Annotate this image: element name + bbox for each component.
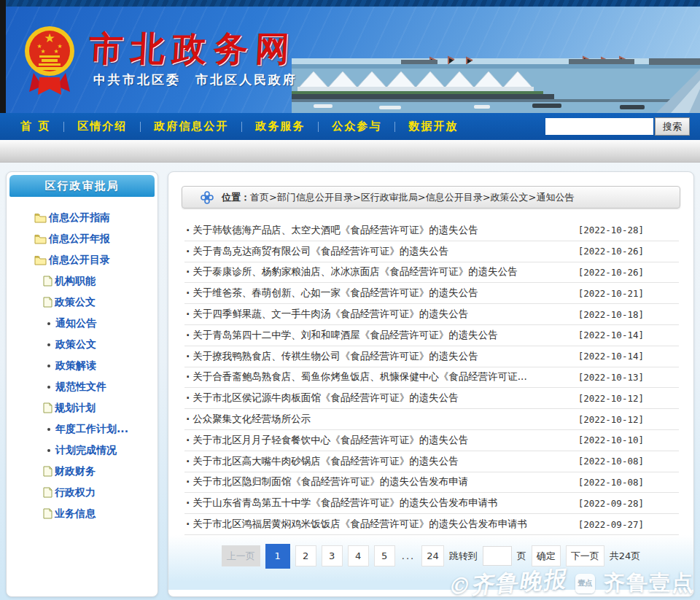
row-bullet: · xyxy=(186,330,190,341)
row-bullet: · xyxy=(186,225,190,236)
sidebar-item-planning[interactable]: 规划计划 xyxy=(9,397,155,418)
pagination-ellipsis: ... xyxy=(402,550,415,561)
sidebar-item-label: 年度工作计划... xyxy=(55,423,128,436)
sidebar-item-policy-interpretation[interactable]: 政策解读 xyxy=(9,355,155,376)
notice-date: [2022-09-28] xyxy=(578,498,644,509)
notice-date: [2022-10-28] xyxy=(578,225,644,235)
sidebar-item-notices[interactable]: 通知公告 xyxy=(9,313,155,334)
sidebar-item-plan-completion[interactable]: 计划完成情况 xyxy=(9,440,155,461)
page-button-1[interactable]: 1 xyxy=(265,544,290,569)
site-subtitle: 中共市北区委 市北区人民政府 xyxy=(93,71,298,88)
notice-link[interactable]: 关于市北区隐归制面馆《食品经营许可证》的遗失公告发布申请 xyxy=(192,475,468,488)
row-bullet: · xyxy=(186,476,190,488)
nav-separator xyxy=(241,122,242,132)
sidebar-title: 区行政审批局 xyxy=(9,175,155,197)
nav-separator xyxy=(318,122,319,132)
sidebar-item-label: 业务信息 xyxy=(55,507,96,521)
pagination-section: 上一页 1 2 3 4 5 ... 24 跳转到 页 确定 下一页 共24页 xyxy=(168,535,693,590)
nav-item-open-data[interactable]: 数据开放 xyxy=(408,120,458,133)
page-button-2[interactable]: 2 xyxy=(295,545,316,566)
document-icon xyxy=(43,508,52,519)
notice-date: [2022-10-26] xyxy=(578,267,644,278)
confirm-button[interactable]: 确定 xyxy=(532,545,561,566)
notice-link[interactable]: 关于四季鲜果蔬、文一手牛肉汤《食品经营许可证》的遗失公告 xyxy=(192,308,468,321)
sidebar-item-policy-docs[interactable]: 政策公文 xyxy=(9,292,155,313)
sidebar-item-finance[interactable]: 财政财务 xyxy=(9,461,155,482)
notice-link[interactable]: 关于合香斋鲍岛熟食店、蜀鱼你烤鱼饭店、杋慷保健中心《食品经营许可证... xyxy=(192,370,526,383)
nav-separator xyxy=(394,122,395,132)
sidebar-item-label: 政策公文 xyxy=(55,338,96,351)
list-item: · 关于市北区鸿福居黄焖鸡米饭饭店《食品经营许可证》的遗失公告发布申请书 [20… xyxy=(184,514,679,535)
sidebar-item-info-catalog[interactable]: 信息公开目录 xyxy=(9,249,155,270)
nav-item-info-disclosure[interactable]: 政府信息公开 xyxy=(154,120,228,133)
list-item: · 关于青岛克达商贸有限公司《食品经营许可证》的遗失公告 [2022-10-26… xyxy=(184,241,679,262)
nav-item-services[interactable]: 政务服务 xyxy=(255,120,305,133)
notice-link[interactable]: 关于泰康诊所、杨豹家粮油店、冰冰凉面店《食品经营许可证》的遗失公告 xyxy=(192,265,518,278)
notice-link[interactable]: 关于维爸茶、春萌创新、心如一家《食品经营许可证》的遗失公告 xyxy=(192,287,478,300)
sidebar-item-annual-work-plan[interactable]: 年度工作计划... xyxy=(9,418,155,440)
sidebar-item-info-guide[interactable]: 信息公开指南 xyxy=(9,207,155,228)
page-button-24[interactable]: 24 xyxy=(421,545,444,566)
list-item: · 关于山东省青岛第五十中学《食品经营许可证》的遗失公告发布申请书 [2022-… xyxy=(184,493,679,514)
main-nav: 首 页 区情介绍 政府信息公开 政务服务 公众参与 数据开放 搜索 xyxy=(0,113,700,140)
search-input[interactable] xyxy=(545,118,653,135)
notice-date: [2022-10-08] xyxy=(578,456,644,467)
sidebar-item-annual-report[interactable]: 信息公开年报 xyxy=(9,228,155,249)
page-button-5[interactable]: 5 xyxy=(374,545,395,566)
sidebar-item-admin-power[interactable]: 行政权力 xyxy=(9,482,155,503)
sidebar-menu: 信息公开指南 信息公开年报 信息公开目录 机构职能 政策公文 xyxy=(9,197,155,524)
sidebar-item-normative-docs[interactable]: 规范性文件 xyxy=(9,376,155,397)
sidebar: 区行政审批局 信息公开指南 信息公开年报 信息公开目录 机构职能 xyxy=(6,171,158,597)
sidebar-item-org-functions[interactable]: 机构职能 xyxy=(9,270,155,292)
notice-date: [2022-10-13] xyxy=(578,372,644,383)
folder-icon xyxy=(34,213,47,223)
notice-link[interactable]: 关于青岛克达商贸有限公司《食品经营许可证》的遗失公告 xyxy=(192,245,448,258)
bullet-icon xyxy=(47,386,50,389)
jump-page-input[interactable] xyxy=(483,546,512,566)
sidebar-item-policy-files[interactable]: 政策公文 xyxy=(9,334,155,355)
total-pages-label: 共24页 xyxy=(610,550,641,563)
nav-item-home[interactable]: 首 页 xyxy=(20,120,50,133)
harbor-photo xyxy=(292,36,700,113)
national-emblem-icon: ★ ★ ★ ★ ★ xyxy=(23,16,76,101)
notice-link[interactable]: 公众聚集文化经营场所公示 xyxy=(192,413,311,426)
folder-icon xyxy=(34,255,47,265)
page-button-3[interactable]: 3 xyxy=(322,545,343,566)
notice-link[interactable]: 关于市北区高大嘴牛肉砂锅店《食品经营许可证》的遗失公告 xyxy=(192,455,459,468)
notice-link[interactable]: 关于市北区鸿福居黄焖鸡米饭饭店《食品经营许可证》的遗失公告发布申请书 xyxy=(192,518,527,531)
list-item: · 关于泰康诊所、杨豹家粮油店、冰冰凉面店《食品经营许可证》的遗失公告 [202… xyxy=(184,262,679,284)
nav-item-participation[interactable]: 公众参与 xyxy=(332,120,381,133)
notice-link[interactable]: 关于市北区月月子轻食餐饮中心《食品经营许可证》的遗失公告 xyxy=(192,434,468,447)
notice-link[interactable]: 关于市北区侯记源牛肉板面馆《食品经营许可证》的遗失公告 xyxy=(192,391,459,405)
notice-link[interactable]: 关于韩钦德海产品店、太空犬酒吧《食品经营许可证》的遗失公告 xyxy=(192,224,478,237)
banner-top-strip xyxy=(0,0,700,7)
notice-date: [2022-10-10] xyxy=(578,435,644,445)
notice-link[interactable]: 关于青岛第四十二中学、刘和和啤酒屋《食品经营许可证》的遗失公告 xyxy=(192,329,498,342)
row-bullet: · xyxy=(186,456,190,467)
bullet-icon xyxy=(47,365,50,367)
next-page-button[interactable]: 下一页 xyxy=(566,545,604,566)
sidebar-item-business-info[interactable]: 业务信息 xyxy=(9,503,155,524)
content-area: 区行政审批局 信息公开指南 信息公开年报 信息公开目录 机构职能 xyxy=(0,163,700,600)
breadcrumb: 位置： 首页>部门信息公开目录>区行政审批局>信息公开目录>政策公文>通知公告 xyxy=(182,186,680,209)
list-item: · 公众聚集文化经营场所公示 [2022-10-12] xyxy=(184,409,679,430)
list-item: · 关于合香斋鲍岛熟食店、蜀鱼你烤鱼饭店、杋慷保健中心《食品经营许可证... [… xyxy=(184,367,679,389)
svg-text:★: ★ xyxy=(53,48,58,55)
notice-list: · 关于韩钦德海产品店、太空犬酒吧《食品经营许可证》的遗失公告 [2022-10… xyxy=(184,220,679,535)
row-bullet: · xyxy=(186,518,190,530)
search-button[interactable]: 搜索 xyxy=(655,117,690,136)
knot-ornament-icon xyxy=(200,190,214,205)
banner-left-edge xyxy=(0,0,6,113)
row-bullet: · xyxy=(186,435,190,446)
page-button-4[interactable]: 4 xyxy=(348,545,369,566)
notice-date: [2022-09-27] xyxy=(578,519,644,530)
notice-date: [2022-10-14] xyxy=(578,330,644,340)
notice-link[interactable]: 关于撩我鸭熟食店、传祺生物公司《食品经营许可证》的遗失公告 xyxy=(192,350,478,363)
prev-page-button[interactable]: 上一页 xyxy=(222,545,260,566)
nav-item-district-intro[interactable]: 区情介绍 xyxy=(77,120,127,133)
document-icon xyxy=(43,276,52,287)
notice-link[interactable]: 关于山东省青岛第五十中学《食品经营许可证》的遗失公告发布申请书 xyxy=(192,496,498,510)
list-item: · 关于维爸茶、春萌创新、心如一家《食品经营许可证》的遗失公告 [2022-10… xyxy=(184,283,679,304)
divider-band xyxy=(0,140,700,163)
sidebar-item-label: 通知公告 xyxy=(55,317,96,330)
